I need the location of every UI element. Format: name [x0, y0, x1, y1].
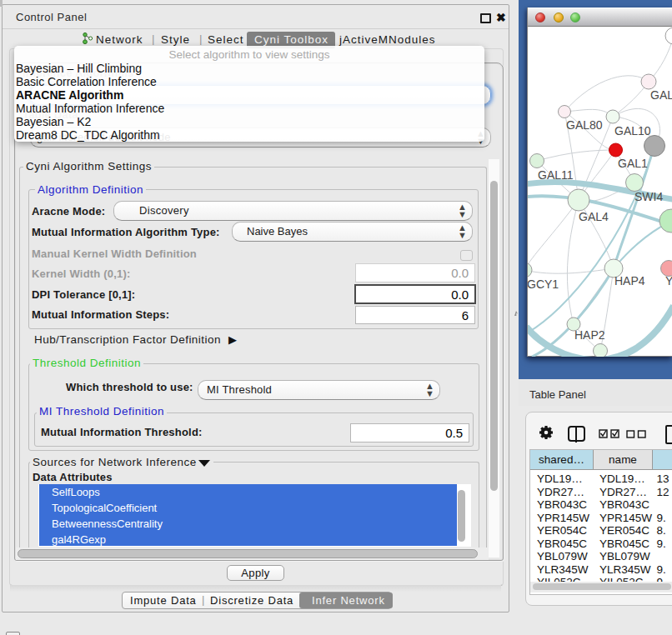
svg-text:HAP4: HAP4: [614, 274, 645, 288]
svg-text:GAL: GAL: [650, 88, 672, 102]
svg-text:GAL4: GAL4: [579, 210, 609, 223]
svg-text:GAL10: GAL10: [614, 124, 651, 138]
svg-text:GAL11: GAL11: [538, 168, 574, 182]
svg-text:GCY1: GCY1: [528, 278, 559, 291]
svg-text:GAL80: GAL80: [566, 118, 603, 132]
svg-text:Y: Y: [665, 274, 672, 288]
svg-text:SWI4: SWI4: [634, 190, 663, 203]
svg-text:GAL1: GAL1: [618, 157, 648, 170]
svg-text:HAP2: HAP2: [574, 328, 605, 342]
